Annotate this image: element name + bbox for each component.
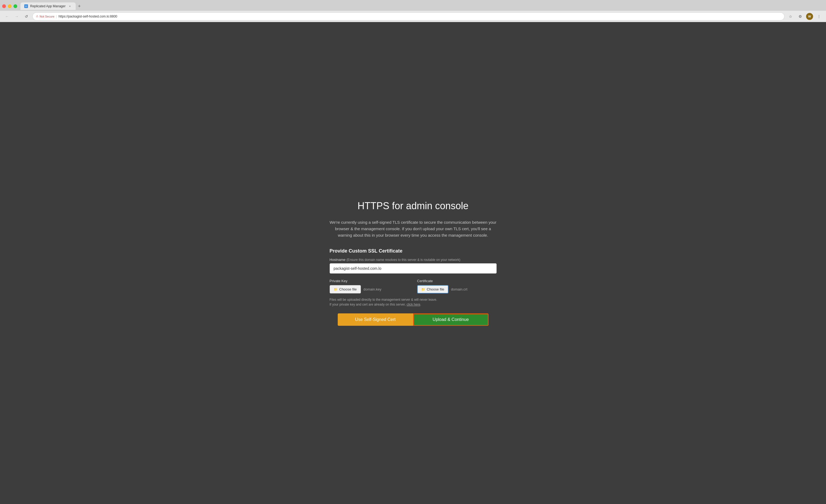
- upload-and-continue-button[interactable]: Upload & Continue: [413, 313, 488, 326]
- info-text: Files will be uploaded directly to the m…: [330, 297, 496, 307]
- tab-title: Replicated App Manager: [30, 4, 65, 8]
- file-fields-row: Private Key 📁 Choose file domain.key Cer…: [330, 279, 496, 294]
- tab-close-button[interactable]: ×: [68, 4, 72, 8]
- browser-chrome: R Replicated App Manager × + ← → ↺ ⚠ Not…: [0, 0, 826, 22]
- window-close-button[interactable]: [2, 4, 6, 8]
- private-key-field: Private Key 📁 Choose file domain.key: [330, 279, 409, 294]
- folder-icon-cert: 📁: [421, 288, 425, 291]
- browser-toolbar: ← → ↺ ⚠ Not Secure | https://packagist-s…: [0, 11, 826, 22]
- hostname-label: Hostname (Ensure this domain name resolv…: [330, 258, 496, 262]
- page-description: We're currently using a self-signed TLS …: [330, 219, 496, 239]
- refresh-button[interactable]: ↺: [22, 13, 30, 20]
- security-warning-text: Not Secure: [40, 15, 54, 18]
- form-section: Provide Custom SSL Certificate Hostname …: [330, 248, 496, 326]
- private-key-input-row: 📁 Choose file domain.key: [330, 285, 409, 294]
- certificate-label: Certificate: [417, 279, 496, 283]
- bookmark-button[interactable]: ☆: [787, 13, 794, 20]
- forward-button[interactable]: →: [13, 13, 20, 20]
- info-line1: Files will be uploaded directly to the m…: [330, 297, 496, 302]
- address-bar[interactable]: ⚠ Not Secure | https://packagist-self-ho…: [32, 12, 784, 20]
- hostname-input[interactable]: [330, 263, 496, 273]
- private-key-choose-file-label: Choose file: [339, 287, 357, 291]
- cert-placeholder: domain.crt: [451, 287, 468, 291]
- page-title: HTTPS for admin console: [330, 200, 496, 211]
- security-warning-icon: ⚠: [36, 14, 39, 18]
- extensions-button[interactable]: ⚙: [796, 13, 804, 20]
- use-self-signed-cert-button[interactable]: Use Self-Signed Cert: [338, 313, 413, 326]
- tab-favicon: R: [24, 4, 28, 8]
- toolbar-right: ☆ ⚙ W ⋮: [787, 13, 823, 20]
- address-separator: |: [56, 14, 57, 18]
- active-tab[interactable]: R Replicated App Manager ×: [20, 2, 76, 10]
- window-minimize-button[interactable]: [8, 4, 12, 8]
- private-key-choose-file-button[interactable]: 📁 Choose file: [330, 285, 361, 294]
- private-key-placeholder: domain.key: [364, 287, 381, 291]
- click-here-link[interactable]: click here: [407, 303, 420, 306]
- new-tab-button[interactable]: +: [76, 3, 83, 10]
- certificate-choose-file-button[interactable]: 📁 Choose file: [417, 285, 449, 294]
- main-card: HTTPS for admin console We're currently …: [330, 200, 496, 326]
- button-row: Use Self-Signed Cert Upload & Continue: [330, 313, 496, 326]
- info-line2: If your private key and cert are already…: [330, 302, 496, 307]
- folder-icon: 📁: [334, 288, 338, 291]
- back-button[interactable]: ←: [3, 13, 11, 20]
- security-warning: ⚠ Not Secure: [36, 14, 54, 18]
- certificate-field: Certificate 📁 Choose file domain.crt: [417, 279, 496, 294]
- certificate-choose-file-label: Choose file: [427, 287, 445, 291]
- window-maximize-button[interactable]: [13, 4, 17, 8]
- profile-button[interactable]: W: [806, 13, 813, 20]
- certificate-input-row: 📁 Choose file domain.crt: [417, 285, 496, 294]
- window-controls: [2, 4, 17, 8]
- page-content: HTTPS for admin console We're currently …: [0, 22, 826, 504]
- address-url-text: https://packagist-self-hosted.com.lo:880…: [58, 14, 117, 18]
- private-key-label: Private Key: [330, 279, 409, 283]
- form-section-title: Provide Custom SSL Certificate: [330, 248, 496, 254]
- tab-bar: R Replicated App Manager × +: [0, 0, 826, 11]
- hostname-hint: (Ensure this domain name resolves to thi…: [346, 258, 460, 262]
- menu-button[interactable]: ⋮: [815, 13, 823, 20]
